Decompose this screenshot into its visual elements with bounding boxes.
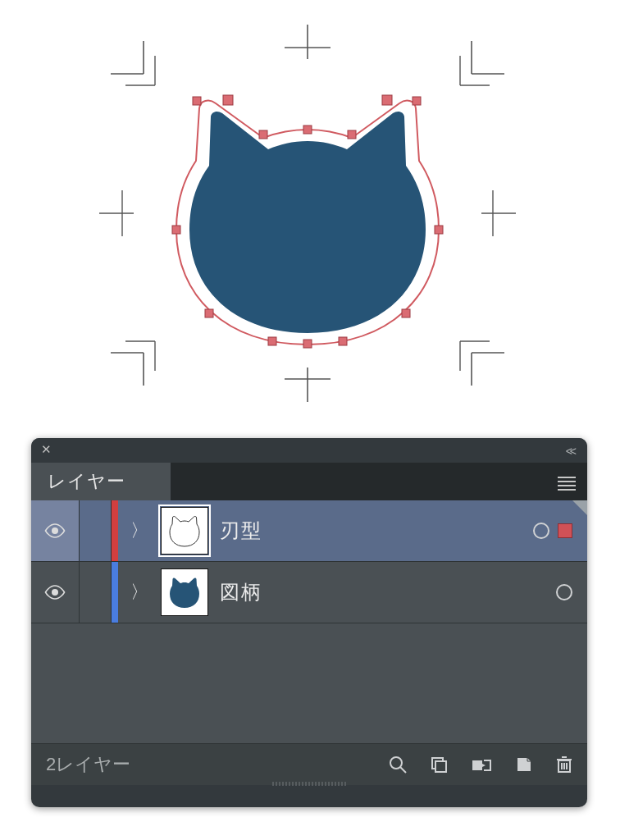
svg-rect-19: [268, 337, 276, 345]
layer-name[interactable]: 刃型: [220, 518, 507, 544]
svg-rect-12: [348, 130, 356, 139]
target-icon[interactable]: [556, 584, 572, 600]
svg-rect-28: [472, 760, 482, 770]
search-icon[interactable]: [389, 756, 407, 774]
selection-indicator[interactable]: [558, 523, 572, 538]
svg-rect-17: [205, 309, 213, 317]
layer-count: 2レイヤー: [46, 752, 369, 777]
svg-rect-16: [435, 226, 443, 234]
panel-menu-icon[interactable]: [558, 474, 576, 493]
svg-rect-18: [402, 309, 410, 317]
svg-rect-21: [303, 340, 312, 348]
svg-rect-20: [339, 337, 347, 345]
layers-list: 〉 刃型 〉: [31, 500, 587, 743]
new-sublayer-icon[interactable]: [430, 756, 448, 774]
layer-color-strip: [112, 500, 118, 561]
svg-rect-9: [193, 97, 201, 105]
svg-rect-27: [435, 761, 446, 772]
cat-shape: [189, 112, 426, 333]
layer-row[interactable]: 〉 図柄: [31, 562, 587, 623]
new-layer-icon[interactable]: [515, 756, 533, 774]
lock-toggle[interactable]: [80, 500, 112, 561]
layer-color-strip: [112, 562, 118, 623]
layer-thumbnail[interactable]: [161, 568, 208, 616]
tab-label: レイヤー: [48, 469, 125, 494]
eye-icon: [44, 585, 66, 600]
collapse-icon[interactable]: <<: [566, 445, 574, 458]
resize-grip[interactable]: [272, 782, 346, 786]
svg-point-24: [390, 757, 402, 769]
svg-rect-13: [382, 95, 392, 105]
make-clipping-mask-icon[interactable]: [471, 756, 492, 774]
svg-rect-14: [413, 97, 421, 105]
visibility-toggle[interactable]: [31, 562, 80, 623]
svg-rect-10: [259, 130, 267, 139]
svg-line-25: [400, 767, 406, 773]
eye-icon: [44, 523, 66, 538]
layer-name[interactable]: 図柄: [220, 579, 507, 605]
canvas-area: [0, 0, 620, 427]
panel-tabs: レイヤー: [31, 463, 587, 500]
svg-point-22: [52, 527, 58, 534]
svg-marker-29: [482, 764, 486, 767]
layer-thumbnail[interactable]: [161, 507, 208, 555]
panel-titlebar: ✕ <<: [31, 438, 587, 463]
svg-rect-11: [303, 126, 312, 134]
svg-rect-15: [172, 226, 180, 234]
visibility-toggle[interactable]: [31, 500, 80, 561]
current-layer-indicator: [572, 500, 587, 515]
svg-point-23: [52, 589, 58, 596]
layer-row[interactable]: 〉 刃型: [31, 500, 587, 562]
close-icon[interactable]: ✕: [41, 444, 52, 455]
svg-rect-8: [223, 95, 233, 105]
delete-icon[interactable]: [556, 756, 572, 774]
lock-toggle[interactable]: [80, 562, 112, 623]
expand-toggle[interactable]: 〉: [118, 562, 161, 623]
expand-toggle[interactable]: 〉: [118, 500, 161, 561]
chevron-right-icon: 〉: [130, 580, 148, 605]
artboard[interactable]: [94, 8, 521, 418]
tab-layers[interactable]: レイヤー: [31, 463, 171, 500]
layers-empty-area[interactable]: [31, 623, 587, 743]
panel-footer: 2レイヤー: [31, 743, 587, 785]
chevron-right-icon: 〉: [130, 518, 148, 543]
target-icon[interactable]: [533, 523, 549, 539]
layers-panel: ✕ << レイヤー 〉: [31, 438, 587, 807]
footer-toolbar: [389, 756, 572, 774]
